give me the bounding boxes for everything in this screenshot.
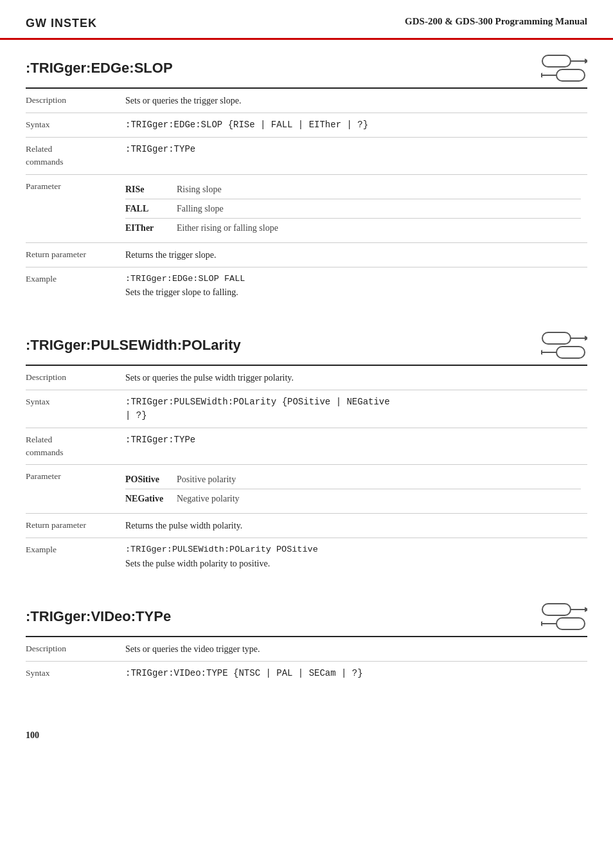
row-related-2: Relatedcommands :TRIGger:TYPe <box>26 428 587 465</box>
svg-marker-10 <box>541 350 542 355</box>
value-example-2: :TRIGger:PULSEWidth:POLarity POSitive Se… <box>119 538 587 575</box>
row-syntax-3: Syntax :TRIGger:VIDeo:TYPE {NTSC | PAL |… <box>26 661 587 685</box>
param-row-rise: RISe Rising slope <box>125 180 581 199</box>
label-syntax-3: Syntax <box>26 661 119 685</box>
section-trig-pulse-polarity: :TRIGger:PULSEWidth:POLarity Description… <box>26 323 587 575</box>
section-trig-video-type: :TRIGger:VIDeo:TYPe Description Sets or … <box>26 595 587 685</box>
section-header-1: :TRIGger:EDGe:SLOP <box>26 46 587 89</box>
value-description-2: Sets or queries the pulse width trigger … <box>119 366 587 390</box>
page-header: GW INSTEK GDS-200 & GDS-300 Programming … <box>0 0 613 40</box>
svg-marker-4 <box>541 73 542 78</box>
value-syntax-2: :TRIGger:PULSEWidth:POLarity {POSitive |… <box>119 390 587 428</box>
example-code-1: :TRIGger:EDGe:SLOP FALL <box>125 273 581 285</box>
svg-rect-6 <box>542 332 571 344</box>
svg-marker-16 <box>541 621 542 626</box>
value-example-1: :TRIGger:EDGe:SLOP FALL Sets the trigger… <box>119 267 587 304</box>
row-description-1: Description Sets or queries the trigger … <box>26 89 587 113</box>
company-logo: GW INSTEK <box>26 12 97 32</box>
section-title-3: :TRIGger:VIDeo:TYPe <box>26 608 171 625</box>
row-example-1: Example :TRIGger:EDGe:SLOP FALL Sets the… <box>26 267 587 304</box>
param-val-rise: Rising slope <box>177 180 581 199</box>
row-description-2: Description Sets or queries the pulse wi… <box>26 366 587 390</box>
label-description-1: Description <box>26 89 119 113</box>
example-text-2: Sets the pulse width polarity to positiv… <box>125 557 581 570</box>
row-syntax-1: Syntax :TRIGger:EDGe:SLOP {RISe | FALL |… <box>26 113 587 138</box>
value-return-1: Returns the trigger slope. <box>119 242 587 267</box>
svg-rect-17 <box>556 618 585 629</box>
param-key-positive: POSitive <box>125 470 177 489</box>
section-title-2: :TRIGger:PULSEWidth:POLarity <box>26 337 241 354</box>
osc-icon-1 <box>541 53 587 84</box>
value-description-1: Sets or queries the trigger slope. <box>119 89 587 113</box>
row-example-2: Example :TRIGger:PULSEWidth:POLarity POS… <box>26 538 587 575</box>
svg-marker-2 <box>585 59 587 64</box>
value-description-3: Sets or queries the video trigger type. <box>119 637 587 662</box>
label-syntax-2: Syntax <box>26 390 119 428</box>
param-key-rise: RISe <box>125 180 177 199</box>
section-header-2: :TRIGger:PULSEWidth:POLarity <box>26 323 587 366</box>
osc-icon-2 <box>541 330 587 361</box>
param-row-negative: NEGative Negative polarity <box>125 489 581 509</box>
value-parameter-2: POSitive Positive polarity NEGative Nega… <box>119 465 587 514</box>
svg-rect-12 <box>542 604 571 615</box>
param-key-either: EITher <box>125 218 177 237</box>
row-syntax-2: Syntax :TRIGger:PULSEWidth:POLarity {POS… <box>26 390 587 428</box>
label-description-2: Description <box>26 366 119 390</box>
label-return-1: Return parameter <box>26 242 119 267</box>
page-number: 100 <box>0 724 613 747</box>
label-return-2: Return parameter <box>26 514 119 538</box>
osc-icon-3 <box>541 601 587 632</box>
param-val-either: Either rising or falling slope <box>177 218 581 237</box>
label-parameter-1: Parameter <box>26 174 119 242</box>
label-example-1: Example <box>26 267 119 304</box>
svg-marker-8 <box>585 336 587 341</box>
row-related-1: Relatedcommands :TRIGger:TYPe <box>26 138 587 175</box>
value-related-1: :TRIGger:TYPe <box>119 138 587 175</box>
row-description-3: Description Sets or queries the video tr… <box>26 637 587 662</box>
example-text-1: Sets the trigger slope to falling. <box>125 285 581 299</box>
param-row-positive: POSitive Positive polarity <box>125 470 581 489</box>
page-content: :TRIGger:EDGe:SLOP Description <box>0 40 613 724</box>
cmd-table-1: Description Sets or queries the trigger … <box>26 89 587 304</box>
label-example-2: Example <box>26 538 119 575</box>
label-related-2: Relatedcommands <box>26 428 119 465</box>
param-key-negative: NEGative <box>125 489 177 509</box>
label-related-1: Relatedcommands <box>26 138 119 175</box>
row-parameter-2: Parameter POSitive Positive polarity NEG… <box>26 465 587 514</box>
value-return-2: Returns the pulse width polarity. <box>119 514 587 538</box>
row-return-1: Return parameter Returns the trigger slo… <box>26 242 587 267</box>
section-header-3: :TRIGger:VIDeo:TYPe <box>26 595 587 637</box>
value-syntax-3: :TRIGger:VIDeo:TYPE {NTSC | PAL | SECam … <box>119 661 587 685</box>
row-return-2: Return parameter Returns the pulse width… <box>26 514 587 538</box>
label-description-3: Description <box>26 637 119 662</box>
value-related-2: :TRIGger:TYPe <box>119 428 587 465</box>
row-parameter-1: Parameter RISe Rising slope FALL Falli <box>26 174 587 242</box>
section-title-1: :TRIGger:EDGe:SLOP <box>26 60 173 77</box>
param-row-either: EITher Either rising or falling slope <box>125 218 581 237</box>
param-key-fall: FALL <box>125 199 177 218</box>
cmd-table-3: Description Sets or queries the video tr… <box>26 637 587 685</box>
label-syntax-1: Syntax <box>26 113 119 138</box>
cmd-table-2: Description Sets or queries the pulse wi… <box>26 366 587 575</box>
value-syntax-1: :TRIGger:EDGe:SLOP {RISe | FALL | EITher… <box>119 113 587 138</box>
section-trig-edge-slop: :TRIGger:EDGe:SLOP Description <box>26 46 587 304</box>
param-val-positive: Positive polarity <box>177 470 581 489</box>
example-code-2: :TRIGger:PULSEWidth:POLarity POSitive <box>125 543 581 556</box>
param-val-negative: Negative polarity <box>177 489 581 509</box>
label-parameter-2: Parameter <box>26 465 119 514</box>
svg-marker-14 <box>585 607 587 612</box>
svg-rect-11 <box>556 347 585 358</box>
value-parameter-1: RISe Rising slope FALL Falling slope EIT… <box>119 174 587 242</box>
svg-rect-0 <box>542 55 571 67</box>
manual-title: GDS-200 & GDS-300 Programming Manual <box>405 16 587 27</box>
svg-rect-5 <box>556 69 585 81</box>
param-row-fall: FALL Falling slope <box>125 199 581 218</box>
param-val-fall: Falling slope <box>177 199 581 218</box>
